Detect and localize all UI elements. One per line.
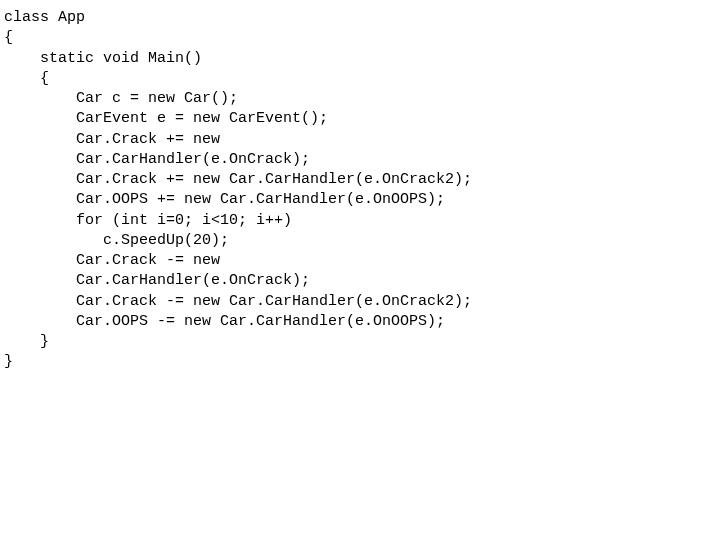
code-line: for (int i=0; i<10; i++) (4, 212, 292, 229)
code-line: Car.OOPS += new Car.CarHandler(e.OnOOPS)… (4, 191, 445, 208)
code-line: static void Main() (4, 50, 202, 67)
code-line: } (4, 333, 49, 350)
code-line: Car.Crack -= new Car.CarHandler(e.OnCrac… (4, 293, 472, 310)
code-line: Car.Crack += new Car.CarHandler(e.OnCrac… (4, 171, 472, 188)
code-line: { (4, 70, 49, 87)
code-line: { (4, 29, 13, 46)
code-line: Car c = new Car(); (4, 90, 238, 107)
code-line: } (4, 353, 13, 370)
code-line: CarEvent e = new CarEvent(); (4, 110, 328, 127)
code-line: Car.Crack += new (4, 131, 220, 148)
code-line: Car.CarHandler(e.OnCrack); (4, 272, 310, 289)
code-line: Car.OOPS -= new Car.CarHandler(e.OnOOPS)… (4, 313, 445, 330)
code-line: Car.CarHandler(e.OnCrack); (4, 151, 310, 168)
code-line: class App (4, 9, 85, 26)
code-block: class App { static void Main() { Car c =… (0, 0, 720, 381)
code-line: c.SpeedUp(20); (4, 232, 229, 249)
code-line: Car.Crack -= new (4, 252, 220, 269)
